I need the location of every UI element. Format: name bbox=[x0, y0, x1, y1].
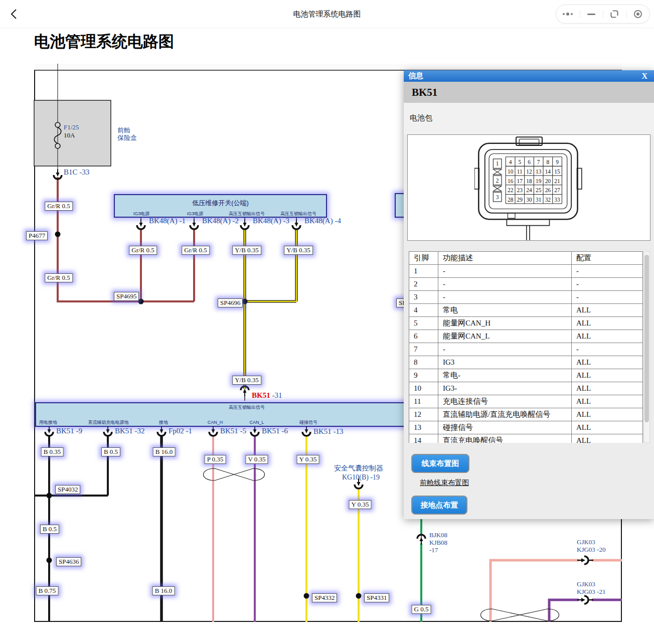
svg-text:7: 7 bbox=[537, 159, 540, 165]
connector-label-bk51-5[interactable]: BK51 -5 bbox=[220, 427, 246, 435]
splice-label-p4677[interactable]: P4677 bbox=[26, 231, 48, 240]
top-nav-bar: 电池管理系统电路图 bbox=[0, 0, 654, 28]
splice-label-sp4032[interactable]: SP4032 bbox=[55, 485, 80, 494]
scrollbar-thumb[interactable] bbox=[644, 255, 649, 422]
component-label-airbag[interactable]: 安全气囊控制器 bbox=[334, 464, 383, 472]
front-harness-link[interactable]: 前舱线束布置图 bbox=[420, 478, 469, 488]
svg-text:26: 26 bbox=[545, 187, 551, 193]
fuse-rating-label: 10A bbox=[64, 131, 75, 139]
table-row: 8IG3ALL bbox=[409, 356, 643, 369]
wire-label: B 16.0 bbox=[153, 447, 176, 456]
connector-label-gjk03-20[interactable]: GJK03KJG03 -20 bbox=[577, 538, 605, 553]
dots-glyph bbox=[563, 13, 573, 16]
pin-function-label: IG3电源 bbox=[133, 211, 150, 216]
table-row: 9常电-ALL bbox=[409, 369, 643, 382]
table-row: 6能量网CAN_LALL bbox=[409, 330, 643, 343]
wire-label: G 0.5 bbox=[412, 605, 431, 614]
svg-text:27: 27 bbox=[554, 187, 560, 193]
connector-label-fp02-1[interactable]: Fp02 -1 bbox=[169, 427, 192, 435]
connector-image-box: 1 2 3 456789 101112131415 161718192021 2… bbox=[407, 134, 650, 241]
connector-label-bk51-9[interactable]: BK51 -9 bbox=[56, 427, 82, 435]
connector-label-b1c[interactable]: B1C -33 bbox=[64, 168, 89, 177]
table-row: 7-- bbox=[409, 343, 643, 356]
svg-text:33: 33 bbox=[554, 197, 560, 203]
twisted-pair-icon bbox=[481, 609, 559, 621]
svg-text:5: 5 bbox=[518, 159, 521, 165]
fuse-box bbox=[34, 64, 111, 173]
svg-text:12: 12 bbox=[526, 169, 532, 175]
pin-function-label: 用电接地 bbox=[39, 420, 57, 425]
circle-close-icon[interactable] bbox=[626, 5, 650, 23]
more-options-icon[interactable] bbox=[556, 5, 580, 23]
connector-description: 电池包 bbox=[404, 103, 654, 134]
table-scrollbar[interactable] bbox=[643, 251, 650, 443]
pin-function-label: CAN_L bbox=[249, 420, 264, 425]
table-row: 11充电连接信号ALL bbox=[409, 395, 643, 408]
connector-label-bk48-4[interactable]: BK48(A) -4 bbox=[304, 217, 341, 225]
wire-label: V 0.35 bbox=[245, 455, 268, 464]
connector-label-bk48-1[interactable]: BK48(A) -1 bbox=[149, 217, 186, 225]
table-row: 12直流辅助电源/直流充电唤醒信号ALL bbox=[409, 408, 643, 421]
svg-text:18: 18 bbox=[526, 178, 532, 184]
table-row: 10IG3-ALL bbox=[409, 382, 643, 395]
table-row: 14直流充电唤醒信号ALL bbox=[409, 434, 643, 443]
wire-label: Y 0.35 bbox=[297, 455, 319, 464]
component-box-lv-service-switch[interactable]: 低压维修开关(公端) IG3电源 IG3电源 高压互锁输出信号 高压互锁输出信号 bbox=[114, 194, 327, 218]
table-row: 4常电ALL bbox=[409, 304, 643, 317]
connector-label-bk48-3[interactable]: BK48(A) -3 bbox=[253, 217, 289, 225]
svg-text:29: 29 bbox=[517, 197, 523, 203]
wire-label: P 0.35 bbox=[205, 455, 226, 464]
table-row: 13碰撞信号ALL bbox=[409, 421, 643, 434]
info-panel-header: 信息 X bbox=[404, 70, 654, 82]
connector-label-bk51-31[interactable]: BK51 -31 bbox=[252, 391, 282, 400]
pin-function-label: 高压互锁输出信号 bbox=[280, 211, 316, 216]
wire-label: Y 0.35 bbox=[349, 500, 372, 509]
connector-label-bk51-6[interactable]: BK51 -6 bbox=[262, 427, 288, 435]
svg-text:20: 20 bbox=[545, 178, 551, 184]
harness-layout-button[interactable]: 线束布置图 bbox=[411, 454, 469, 473]
svg-text:32: 32 bbox=[545, 197, 551, 203]
splice-label-sp4636[interactable]: SP4636 bbox=[56, 557, 81, 566]
pin-function-label: IG3电源 bbox=[187, 211, 204, 216]
connector-label-bjk08[interactable]: BJK08KJB08-17 bbox=[429, 531, 447, 554]
wire-label: Gr/R 0.5 bbox=[129, 246, 157, 255]
svg-text:4: 4 bbox=[509, 159, 512, 165]
connector-label-gjk03-21[interactable]: GJK03KJG03 -21 bbox=[577, 580, 605, 595]
svg-text:22: 22 bbox=[507, 187, 513, 193]
circle-dot-glyph bbox=[634, 10, 642, 18]
svg-text:11: 11 bbox=[517, 169, 522, 175]
svg-text:1: 1 bbox=[496, 160, 499, 167]
splice-label-sp4331[interactable]: SP4331 bbox=[364, 593, 389, 602]
wire-label: Gr/R 0.5 bbox=[182, 246, 210, 255]
svg-text:15: 15 bbox=[554, 169, 560, 175]
connector-label-bk51-32[interactable]: BK51 -32 bbox=[115, 427, 145, 435]
svg-text:30: 30 bbox=[526, 197, 532, 203]
connector-id-highlight[interactable]: BK51 bbox=[252, 391, 270, 399]
connector-label-kg10[interactable]: KG10(B) -19 bbox=[342, 473, 380, 481]
svg-text:10: 10 bbox=[507, 169, 513, 175]
svg-text:28: 28 bbox=[507, 197, 513, 203]
minimize-icon[interactable] bbox=[580, 5, 603, 23]
ground-points-button[interactable]: 接地点布置 bbox=[411, 496, 467, 515]
top-strip bbox=[34, 64, 622, 70]
svg-text:21: 21 bbox=[554, 178, 560, 184]
svg-text:3: 3 bbox=[496, 194, 499, 200]
splice-label-sp4696[interactable]: SP4696 bbox=[218, 298, 243, 307]
restore-icon[interactable] bbox=[603, 5, 626, 23]
connector-label-bk48-2[interactable]: BK48(A) -2 bbox=[202, 217, 239, 225]
table-row: 2-- bbox=[409, 278, 643, 291]
svg-text:16: 16 bbox=[507, 178, 513, 184]
pin-function-label: CAN_H bbox=[208, 420, 223, 425]
splice-label-sp4695[interactable]: SP4695 bbox=[114, 292, 139, 301]
svg-text:24: 24 bbox=[526, 187, 532, 193]
close-icon[interactable]: X bbox=[641, 71, 647, 82]
pin-function-label: 高压互锁输出信号 bbox=[229, 211, 265, 216]
window-controls-capsule bbox=[556, 5, 650, 24]
connector-label-bk51-13[interactable]: BK51 -13 bbox=[313, 427, 344, 436]
wire-label: B 0.5 bbox=[101, 447, 120, 456]
connector-drawing: 1 2 3 456789 101112131415 161718192021 2… bbox=[474, 136, 584, 241]
wire-label: Gr/R 0.5 bbox=[45, 202, 73, 211]
splice-label-sp4332[interactable]: SP4332 bbox=[312, 593, 337, 602]
wire-label: Gr/R 0.5 bbox=[45, 273, 73, 282]
svg-text:2: 2 bbox=[496, 178, 499, 184]
